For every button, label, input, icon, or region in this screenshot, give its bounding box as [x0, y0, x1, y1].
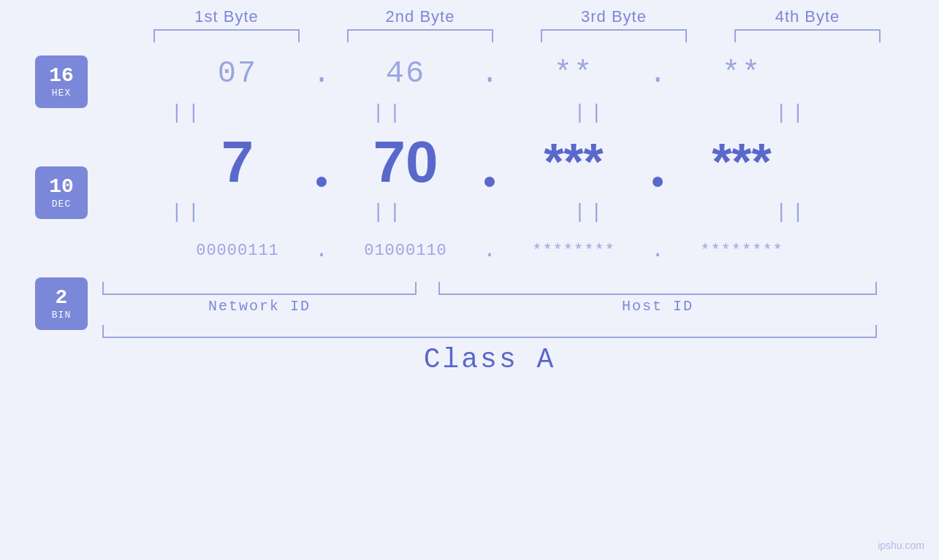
hex-badge-label: HEX	[52, 88, 71, 99]
bin-badge: 2 BIN	[35, 277, 88, 330]
id-labels: Network ID Host ID	[102, 298, 877, 315]
equals-row-2: || || || ||	[102, 199, 877, 225]
bin-dot3: .	[647, 238, 669, 263]
byte4-label: 4th Byte	[727, 7, 888, 26]
bin-dot1: .	[311, 238, 332, 263]
hex-dot3: .	[647, 56, 669, 91]
network-id-bracket	[102, 282, 417, 295]
dec-b1: 7	[164, 126, 311, 199]
full-bottom-bracket	[102, 325, 877, 338]
host-id-text: Host ID	[438, 298, 877, 315]
hex-dot2: .	[479, 56, 501, 91]
eq8: ||	[711, 201, 872, 223]
bin-b2: 01000110	[332, 242, 479, 260]
bin-b3: ********	[501, 242, 647, 260]
bracket4	[734, 29, 881, 42]
bin-row: 00000111 . 01000110 . ******** .	[102, 225, 877, 276]
eq4: ||	[711, 101, 872, 124]
byte3-label: 3rd Byte	[533, 7, 694, 26]
bracket1	[153, 29, 300, 42]
dec-b4: ***	[669, 126, 815, 199]
class-label: Class A	[424, 344, 556, 375]
watermark: ipshu.com	[878, 540, 924, 551]
dec-b3: ***	[501, 126, 647, 199]
hex-b3: **	[501, 56, 647, 91]
hex-badge-number: 16	[49, 65, 74, 88]
eq3: ||	[510, 101, 671, 124]
bin-b1: 00000111	[164, 242, 311, 260]
dec-dot1	[311, 177, 332, 199]
equals-row-1: || || || ||	[102, 99, 877, 126]
hex-badge: 16 HEX	[35, 55, 88, 108]
main-container: 1st Byte 2nd Byte 3rd Byte 4th Byte 16 H…	[0, 0, 939, 560]
hex-b4: **	[669, 56, 815, 91]
hex-dot1: .	[311, 56, 332, 91]
bin-dot2: .	[479, 238, 501, 263]
bin-badge-label: BIN	[52, 310, 71, 321]
eq7: ||	[510, 201, 671, 223]
byte2-label: 2nd Byte	[340, 7, 501, 26]
dec-badge-number: 10	[49, 176, 74, 199]
dec-dot3	[647, 177, 669, 199]
bracket3	[541, 29, 687, 42]
hex-b1: 07	[164, 56, 311, 91]
bracket2	[347, 29, 493, 42]
class-label-container: Class A	[102, 344, 877, 375]
bin-b4: ********	[669, 242, 815, 260]
dec-badge-label: DEC	[52, 199, 71, 210]
bracket-gap	[417, 282, 438, 295]
badges-column: 16 HEX 10 DEC 2 BIN	[35, 55, 88, 330]
byte-labels-row: 1st Byte 2nd Byte 3rd Byte 4th Byte	[130, 7, 905, 26]
hex-b2: 46	[332, 56, 479, 91]
dec-dot2	[479, 177, 501, 199]
byte1-label: 1st Byte	[146, 7, 307, 26]
dec-row: 7 70 *** ***	[102, 126, 877, 199]
network-id-text: Network ID	[102, 298, 417, 315]
bottom-brackets	[102, 282, 877, 295]
eq2: ||	[308, 101, 469, 124]
dec-badge: 10 DEC	[35, 166, 88, 219]
eq5: ||	[107, 201, 267, 223]
eq6: ||	[308, 201, 469, 223]
hex-row: 07 . 46 . ** . **	[102, 48, 877, 99]
host-id-bracket	[438, 282, 877, 295]
top-brackets	[130, 29, 905, 42]
dec-b2: 70	[332, 126, 479, 199]
eq1: ||	[107, 101, 267, 124]
bin-badge-number: 2	[56, 287, 68, 310]
